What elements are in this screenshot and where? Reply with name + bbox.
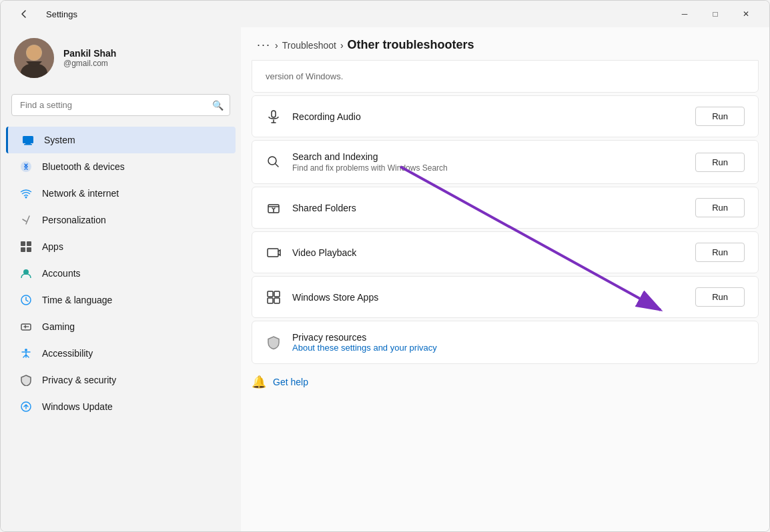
shared-folders-icon (266, 200, 282, 216)
sidebar-item-label-bluetooth: Bluetooth & devices (42, 161, 125, 172)
windows-store-text: Windows Store Apps (292, 292, 378, 303)
breadcrumb-dots[interactable]: ··· (257, 38, 271, 52)
sidebar-item-privacy[interactable]: Privacy & security (6, 367, 236, 393)
accounts-icon (19, 267, 33, 280)
item-left-shared: Shared Folders (266, 200, 356, 216)
system-icon (21, 133, 35, 147)
svg-point-16 (27, 326, 29, 327)
run-recording-audio-button[interactable]: Run (695, 107, 745, 126)
sidebar-item-network[interactable]: Network & internet (6, 180, 236, 207)
breadcrumb-parent[interactable]: Troubleshoot (282, 40, 336, 51)
nav-list: System Bluetooth & devices (1, 124, 241, 423)
item-left-store: Windows Store Apps (266, 289, 378, 305)
microphone-icon (266, 109, 282, 125)
back-button[interactable] (9, 3, 39, 25)
sidebar-item-label-gaming: Gaming (42, 321, 75, 332)
sidebar-item-windowsupdate[interactable]: Windows Update (6, 393, 236, 420)
svg-rect-25 (268, 298, 273, 303)
svg-rect-9 (21, 241, 25, 246)
windowsupdate-icon (19, 400, 33, 413)
sidebar-item-accounts[interactable]: Accounts (6, 260, 236, 287)
run-shared-folders-button[interactable]: Run (695, 198, 745, 217)
personalization-icon (19, 213, 33, 227)
network-icon (19, 187, 33, 200)
svg-rect-24 (274, 291, 280, 297)
partial-top-row: version of Windows. (252, 60, 759, 93)
sidebar-item-system[interactable]: System (6, 127, 236, 153)
search-input[interactable] (11, 94, 230, 116)
troubleshooter-windows-store: Windows Store Apps Run (252, 276, 759, 318)
sidebar-item-label-personalization: Personalization (42, 215, 106, 225)
svg-point-3 (27, 45, 41, 60)
get-help-link[interactable]: Get help (273, 377, 308, 387)
sidebar-item-time[interactable]: Time & language (6, 287, 236, 313)
accessibility-icon (19, 347, 33, 360)
maximize-button[interactable]: □ (700, 3, 731, 25)
windows-store-title: Windows Store Apps (292, 292, 378, 303)
time-icon (19, 293, 33, 307)
svg-rect-12 (27, 247, 31, 252)
troubleshooter-search-indexing: Search and Indexing Find and fix problem… (252, 140, 759, 184)
sidebar-item-bluetooth[interactable]: Bluetooth & devices (6, 153, 236, 180)
sidebar: Pankil Shah @gmail.com 🔍 (1, 27, 241, 531)
troubleshooter-recording-audio: Recording Audio Run (252, 95, 759, 137)
run-search-indexing-button[interactable]: Run (695, 153, 745, 172)
search-box: 🔍 (11, 94, 230, 116)
run-video-playback-button[interactable]: Run (695, 243, 745, 262)
get-help-icon: 🔔 (252, 375, 266, 389)
privacy-resources-title: Privacy resources (292, 332, 437, 343)
sidebar-item-accessibility[interactable]: Accessibility (6, 340, 236, 367)
sidebar-item-label-network: Network & internet (42, 188, 119, 199)
windows-store-icon (266, 289, 282, 305)
item-left-recording: Recording Audio (266, 109, 361, 125)
apps-icon (19, 240, 33, 253)
sidebar-item-label-time: Time & language (42, 295, 112, 305)
privacy-resources-text: Privacy resources About these settings a… (292, 332, 437, 353)
video-playback-text: Video Playback (292, 247, 356, 258)
user-name: Pankil Shah (63, 48, 116, 59)
breadcrumb-sep2: › (340, 40, 344, 51)
shared-folders-text: Shared Folders (292, 203, 356, 213)
svg-rect-4 (23, 136, 33, 143)
close-button[interactable]: ✕ (731, 3, 761, 25)
bluetooth-icon (19, 160, 33, 173)
privacy-icon (19, 373, 33, 387)
window-controls: ─ □ ✕ (669, 3, 761, 25)
titlebar-left: Settings (9, 3, 77, 25)
run-windows-store-button[interactable]: Run (695, 287, 745, 307)
svg-rect-23 (268, 291, 273, 297)
app-body: Pankil Shah @gmail.com 🔍 (1, 27, 769, 531)
breadcrumb-current: Other troubleshooters (348, 38, 474, 52)
sidebar-item-label-windowsupdate: Windows Update (42, 401, 113, 412)
item-left-video: Video Playback (266, 245, 356, 261)
breadcrumb: ··· › Troubleshoot › Other troubleshoote… (241, 27, 769, 60)
user-section: Pankil Shah @gmail.com (1, 27, 241, 89)
privacy-resources-link[interactable]: About these settings and your privacy (292, 343, 437, 353)
content-area: ··· › Troubleshoot › Other troubleshoote… (241, 27, 769, 531)
partial-top-text: version of Windows. (266, 71, 343, 81)
privacy-resources-row: Privacy resources About these settings a… (252, 321, 759, 364)
svg-rect-11 (21, 247, 25, 252)
search-indexing-text: Search and Indexing Find and fix problem… (292, 151, 448, 173)
video-playback-title: Video Playback (292, 247, 356, 258)
items-container: version of Windows. Recordi (241, 60, 769, 364)
shared-folders-title: Shared Folders (292, 203, 356, 213)
recording-audio-title: Recording Audio (292, 111, 361, 122)
settings-window: Settings ─ □ ✕ (0, 0, 770, 532)
svg-point-20 (268, 157, 276, 165)
svg-point-7 (21, 161, 31, 172)
breadcrumb-sep1: › (275, 40, 278, 51)
privacy-resources-icon (266, 335, 282, 351)
svg-rect-6 (24, 144, 32, 145)
sidebar-item-apps[interactable]: Apps (6, 233, 236, 260)
sidebar-item-gaming[interactable]: Gaming (6, 313, 236, 340)
sidebar-item-label-privacy: Privacy & security (42, 375, 116, 385)
svg-point-17 (25, 349, 27, 351)
minimize-button[interactable]: ─ (669, 3, 700, 25)
gaming-icon (19, 320, 33, 333)
search-indexing-icon (266, 154, 282, 170)
user-email: @gmail.com (63, 59, 116, 68)
sidebar-item-personalization[interactable]: Personalization (6, 207, 236, 233)
svg-rect-10 (27, 241, 31, 246)
avatar (14, 38, 54, 78)
